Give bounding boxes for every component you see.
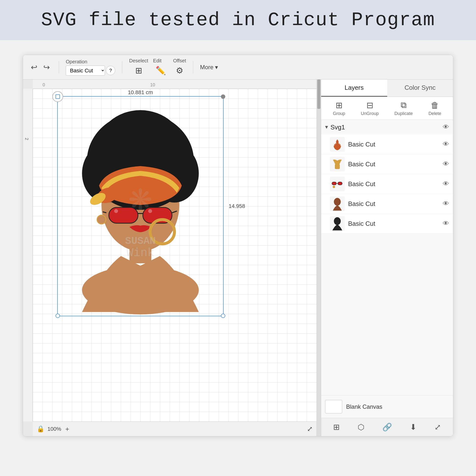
- ruler-horizontal: 0 10: [33, 80, 317, 89]
- group-button[interactable]: ⊞ Group: [333, 100, 345, 116]
- ruler-mark-0: 0: [43, 83, 45, 87]
- layer-thumb-svg-3: [330, 177, 344, 191]
- illustration-svg: SUSAN Wink ❋: [58, 97, 223, 316]
- group-label: Group: [333, 111, 345, 116]
- operation-dropdown: Basic Cut ?: [66, 66, 115, 76]
- edit-section: Edit ✏️: [153, 58, 168, 76]
- zoom-in-button[interactable]: ＋: [64, 425, 70, 433]
- panel-toolbar: ⊞ Group ⊟ UnGroup ⧉ Duplicate 🗑 Delete: [321, 97, 453, 120]
- layer-5-visibility-icon[interactable]: 👁: [443, 220, 449, 227]
- right-panel: Layers Color Sync ⊞ Group ⊟ UnGroup ⧉ Du…: [321, 80, 453, 436]
- expand-arrow-icon: ▼: [325, 124, 328, 130]
- panel-bottom-btn-4[interactable]: ⬇: [408, 421, 418, 433]
- canvas-grid: ✕ 10.881 cm 14.958: [33, 89, 317, 422]
- layer-thumb-svg-2: [330, 157, 344, 171]
- zoom-level: 100%: [48, 426, 61, 432]
- delete-label: Delete: [428, 111, 441, 116]
- duplicate-button[interactable]: ⧉ Duplicate: [394, 100, 413, 116]
- layers-list: ▼ Svg1 👁 Basic Cut 👁: [321, 120, 453, 395]
- layer-thumb-2: [330, 157, 345, 171]
- svg-text:Wink: Wink: [126, 246, 154, 259]
- deselect-label: Deselect: [129, 58, 148, 64]
- layer-thumb-svg-1: [330, 137, 344, 151]
- blank-canvas-thumbnail: [325, 400, 342, 413]
- svg-point-26: [334, 198, 341, 206]
- panel-bottom-btn-3[interactable]: 🔗: [381, 421, 393, 433]
- lock-button[interactable]: 🔒: [37, 425, 45, 433]
- offset-section: Offset ⚙: [173, 58, 186, 76]
- delete-icon: 🗑: [431, 101, 439, 110]
- panel-bottom-btn-5[interactable]: ⤢: [433, 421, 442, 433]
- layer-name-3: Basic Cut: [348, 180, 439, 188]
- ruler-mark-v2: 2: [24, 138, 29, 140]
- operation-section: Operation Basic Cut ?: [66, 59, 115, 76]
- height-dimension-label: 14.958: [229, 203, 245, 209]
- layer-thumb-svg-5: [330, 217, 344, 230]
- deselect-section: Deselect ⊞: [129, 58, 148, 76]
- svg-group-header[interactable]: ▼ Svg1 👁: [321, 120, 453, 135]
- undo-button[interactable]: ↩: [29, 62, 39, 73]
- divider-1: [59, 61, 59, 73]
- layer-item[interactable]: Basic Cut 👁: [321, 214, 453, 234]
- operation-select[interactable]: Basic Cut: [66, 66, 105, 76]
- delete-button[interactable]: 🗑 Delete: [428, 101, 441, 116]
- duplicate-label: Duplicate: [394, 111, 413, 116]
- layer-item[interactable]: Basic Cut 👁: [321, 135, 453, 154]
- svg-point-25: [333, 186, 335, 188]
- layer-thumb-1: [330, 137, 345, 152]
- main-toolbar: ↩ ↪ Operation Basic Cut ? Deselect ⊞ Edi…: [23, 55, 453, 80]
- ungroup-icon: ⊟: [366, 100, 373, 110]
- width-dimension-label: 10.881 cm: [128, 89, 153, 96]
- layer-2-visibility-icon[interactable]: 👁: [443, 160, 449, 168]
- layer-name-1: Basic Cut: [348, 141, 439, 148]
- layer-4-visibility-icon[interactable]: 👁: [443, 200, 449, 208]
- handle-rotate[interactable]: [221, 94, 225, 99]
- handle-bottom-right[interactable]: [221, 314, 225, 318]
- svg-rect-23: [338, 182, 342, 185]
- vertical-scrollbar[interactable]: [317, 80, 321, 436]
- layer-item[interactable]: Basic Cut 👁: [321, 194, 453, 214]
- app-window: ↩ ↪ Operation Basic Cut ? Deselect ⊞ Edi…: [23, 55, 453, 436]
- help-button[interactable]: ?: [106, 66, 115, 75]
- more-button[interactable]: More ▾: [200, 64, 218, 71]
- ruler-mark-10: 10: [150, 83, 155, 87]
- layer-item[interactable]: Basic Cut 👁: [321, 154, 453, 174]
- ruler-vertical: 2: [23, 89, 33, 422]
- scrollbar-thumb[interactable]: [317, 80, 321, 109]
- panel-bottom-btn-2[interactable]: ⬡: [356, 421, 366, 433]
- panel-tabs: Layers Color Sync: [321, 80, 453, 97]
- tab-color-sync[interactable]: Color Sync: [387, 80, 453, 97]
- group-visibility-icon[interactable]: 👁: [443, 123, 449, 131]
- panel-bottom-btn-1[interactable]: ⊞: [332, 421, 341, 433]
- svg-group-name: Svg1: [330, 123, 440, 131]
- tab-layers[interactable]: Layers: [321, 80, 387, 97]
- expand-button[interactable]: ⤢: [307, 425, 313, 433]
- status-bar: 🔒 100% ＋ ⤢: [33, 422, 317, 436]
- ungroup-label: UnGroup: [361, 111, 379, 116]
- offset-button[interactable]: ⚙: [173, 65, 186, 76]
- selection-box[interactable]: ✕ 10.881 cm 14.958: [57, 96, 223, 316]
- svg-rect-22: [332, 182, 336, 185]
- blank-canvas-label: Blank Canvas: [346, 403, 382, 410]
- layer-item[interactable]: Basic Cut 👁: [321, 174, 453, 194]
- edit-button[interactable]: ✏️: [153, 65, 168, 76]
- undo-redo-group: ↩ ↪: [29, 62, 52, 73]
- handle-bottom-left[interactable]: [55, 314, 60, 318]
- edit-label: Edit: [153, 58, 168, 64]
- page-title: SVG file tested in Cricut Program: [10, 9, 466, 31]
- layer-thumb-svg-4: [330, 197, 344, 211]
- ungroup-button[interactable]: ⊟ UnGroup: [361, 100, 379, 116]
- operation-label: Operation: [66, 59, 115, 65]
- duplicate-icon: ⧉: [401, 100, 407, 110]
- layer-name-2: Basic Cut: [348, 160, 439, 168]
- layer-1-visibility-icon[interactable]: 👁: [443, 140, 449, 148]
- divider-2: [122, 61, 122, 73]
- layer-3-visibility-icon[interactable]: 👁: [443, 180, 449, 188]
- deselect-button[interactable]: ⊞: [129, 65, 148, 76]
- handle-top-left[interactable]: [55, 94, 60, 99]
- main-content: 0 10 2 ✕ 10.881 cm 14.958: [23, 80, 453, 436]
- svg-point-14: [114, 209, 118, 213]
- redo-button[interactable]: ↪: [41, 62, 52, 73]
- divider-3: [193, 61, 193, 73]
- blank-canvas-section: Blank Canvas: [321, 395, 453, 418]
